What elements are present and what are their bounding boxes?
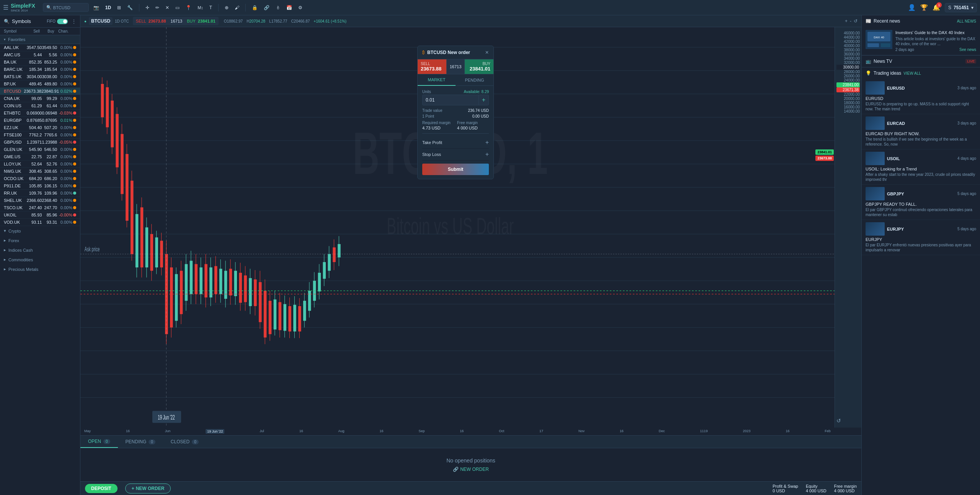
commodities-section[interactable]: ▸ Commodities <box>0 255 80 264</box>
symbol-row[interactable]: COIN.US 61.29 61.44 0.00% <box>0 102 80 110</box>
symbol-row[interactable]: P911.DE 105.85 106.15 0.00% <box>0 182 80 190</box>
fifo-toggle[interactable] <box>57 19 68 24</box>
trading-idea-item[interactable]: USOIL 4 days ago USOIL: Looking for a Tr… <box>862 149 980 185</box>
symbol-row[interactable]: ETHBTC 0.06900 0.06948 -0.03% <box>0 110 80 117</box>
market-tab[interactable]: MARKET <box>418 74 456 86</box>
col-sell: Sell <box>25 29 40 33</box>
zoom-out-icon[interactable]: - <box>850 18 851 24</box>
symbol-row[interactable]: FTSE100 7762.2 7765.6 0.00% <box>0 131 80 139</box>
symbol-row[interactable]: EZJ.UK 504.40 507.20 0.00% <box>0 124 80 131</box>
sym-buy: 2368.40 <box>42 198 57 203</box>
indicators-icon[interactable]: ⊞ <box>116 4 122 11</box>
stop-loss-plus[interactable]: + <box>485 151 489 158</box>
refresh-icon[interactable]: ↺ <box>854 18 858 24</box>
view-all-button[interactable]: VIEW ALL <box>903 71 921 75</box>
chart-type-icon[interactable]: 🕯 <box>274 4 282 11</box>
settings-icon[interactable]: ⚙ <box>297 4 304 11</box>
link-icon[interactable]: 🔗 <box>262 4 271 11</box>
submit-button[interactable]: Submit <box>422 164 489 175</box>
symbol-row[interactable]: OCDO.UK 684.20 686.20 0.00% <box>0 175 80 182</box>
pending-tab[interactable]: PENDING <box>456 74 493 85</box>
brush-icon[interactable]: 🖌 <box>233 4 241 11</box>
sell-side[interactable]: SELL 23673.88 <box>418 59 446 74</box>
units-input[interactable] <box>423 95 479 105</box>
sidebar-menu-icon[interactable]: ⋮ <box>72 19 76 24</box>
symbol-row[interactable]: BARC.UK 185.34 185.54 0.00% <box>0 66 80 73</box>
new-order-btn-label: NEW ORDER <box>136 486 165 491</box>
see-news-link[interactable]: See news <box>959 48 976 52</box>
lock-icon[interactable]: 🔒 <box>250 4 259 11</box>
symbol-row[interactable]: VOD.UK 93.11 93.31 0.00% <box>0 219 80 226</box>
symbol-row[interactable]: RR.UK 109.76 109.96 0.00% <box>0 190 80 197</box>
symbol-row[interactable]: TSCO.UK 247.40 247.70 0.00% <box>0 204 80 211</box>
symbol-row[interactable]: GBPUSD 1.23971 1.23988 -0.05% <box>0 139 80 146</box>
symbol-row[interactable]: CNA.UK 99.05 99.29 0.00% <box>0 95 80 102</box>
time-label-sep: Sep <box>418 429 425 434</box>
timeframe-selector[interactable]: 1D <box>104 4 113 11</box>
take-profit-plus[interactable]: + <box>485 139 489 146</box>
notification-area[interactable]: 🔔 1 <box>933 4 940 11</box>
trading-idea-item[interactable]: EURCAD 3 days ago EURCAD BUY RIGHT NOW. … <box>862 114 980 149</box>
symbol-row[interactable]: GME.US 22.75 22.87 0.00% <box>0 153 80 161</box>
sym-change: 0.01% <box>57 118 72 123</box>
indices-cash-section[interactable]: ▸ Indices Cash <box>0 245 80 255</box>
symbol-row[interactable]: AAL.UK 3547.50 3549.50 0.00% <box>0 44 80 51</box>
time-label-19jun: 19 Jun '22 <box>206 429 224 434</box>
close-panel-button[interactable]: ✕ <box>485 50 489 55</box>
symbol-row[interactable]: SHEL.UK 2366.60 2368.40 0.00% <box>0 197 80 204</box>
symbol-row[interactable]: LLOY.UK 52.64 52.76 0.00% <box>0 161 80 168</box>
trading-idea-item[interactable]: EURUSD 3 days ago EURUSD EURUSD is prepa… <box>862 79 980 114</box>
zoom-in-icon[interactable]: + <box>845 18 848 24</box>
trading-idea-item[interactable]: EURJPY 5 days ago EURJPY El par EURJPY e… <box>862 220 980 255</box>
favorites-section[interactable]: ▾ Favorites <box>0 35 80 44</box>
template-icon[interactable]: 🔧 <box>126 4 134 11</box>
symbol-row[interactable]: BATS.UK 3034.00 3038.00 0.00% <box>0 73 80 80</box>
magnet-icon[interactable]: ⊕ <box>223 4 230 11</box>
achievement-icon[interactable]: 🏆 <box>920 4 928 11</box>
text-icon[interactable]: T <box>208 4 214 11</box>
sym-sell: 684.20 <box>27 176 42 181</box>
symbol-row[interactable]: BA.UK 852.35 853.25 0.00% <box>0 59 80 66</box>
camera-icon[interactable]: 📷 <box>92 4 101 11</box>
units-input-row[interactable]: + <box>422 95 489 105</box>
take-profit-row[interactable]: Take Profit + <box>422 137 489 149</box>
stop-loss-row[interactable]: Stop Loss + <box>422 149 489 161</box>
chart-symbol[interactable]: BTCUSD <box>89 17 113 25</box>
order-body: Units Available: 8.29 + Trade value 236.… <box>418 86 493 179</box>
deposit-button[interactable]: DEPOSIT <box>85 484 118 493</box>
fib-icon[interactable]: M↕ <box>196 5 205 11</box>
closed-tab[interactable]: CLOSED 0 <box>163 436 206 448</box>
symbol-row[interactable]: UKOIL 85.93 85.96 -0.00% <box>0 211 80 219</box>
available-label: Available: 8.29 <box>464 90 489 94</box>
all-news-button[interactable]: ALL NEWS <box>957 19 976 23</box>
symbol-row[interactable]: NWG.UK 308.45 308.65 0.00% <box>0 168 80 175</box>
pending-tab-bottom[interactable]: PENDING 0 <box>118 436 163 448</box>
cursor-icon[interactable]: ✛ <box>144 4 151 11</box>
rect-icon[interactable]: ▭ <box>174 4 181 11</box>
forex-section[interactable]: ▸ Forex <box>0 236 80 245</box>
user-account[interactable]: S 751451 ▾ <box>945 3 977 12</box>
trading-idea-item[interactable]: GBPJPY 5 days ago GBPJPY READY TO FALL. … <box>862 185 980 220</box>
chart-refresh-icon[interactable]: ↺ <box>836 418 860 424</box>
symbol-row[interactable]: EURGBP 0.87685 0.87695 0.01% <box>0 117 80 124</box>
sym-name: BTCUSD <box>4 89 24 93</box>
precious-metals-section[interactable]: ▸ Precious Metals <box>0 264 80 274</box>
x-cross-icon[interactable]: ✕ <box>164 4 171 11</box>
new-order-button[interactable]: + NEW ORDER <box>125 484 171 493</box>
open-tab[interactable]: OPEN 0 <box>80 436 118 448</box>
buy-side[interactable]: BUY 23841.01 <box>465 59 493 74</box>
crypto-section[interactable]: ▾ Crypto <box>0 226 80 236</box>
time-label-17: 17 <box>539 429 543 434</box>
menu-icon[interactable]: ☰ <box>3 4 8 11</box>
symbol-row[interactable]: AMC.US 5.44 5.56 0.00% <box>0 51 80 59</box>
symbol-row[interactable]: GLEN.UK 545.90 546.50 0.00% <box>0 146 80 153</box>
units-plus-button[interactable]: + <box>479 95 488 105</box>
profile-icon[interactable]: 👤 <box>908 4 916 11</box>
symbol-row[interactable]: BP.UK 489.45 489.80 0.00% <box>0 80 80 88</box>
symbol-search[interactable]: 🔍 BTCUSD <box>43 3 89 12</box>
calendar-icon[interactable]: 📅 <box>285 4 294 11</box>
new-order-link[interactable]: 🔗 NEW ORDER <box>453 467 489 472</box>
symbol-row[interactable]: BTCUSD 23673.38 23840.91 0.02% <box>0 88 80 95</box>
pencil-icon[interactable]: ✏ <box>154 4 161 11</box>
pin-icon[interactable]: 📍 <box>184 4 193 11</box>
